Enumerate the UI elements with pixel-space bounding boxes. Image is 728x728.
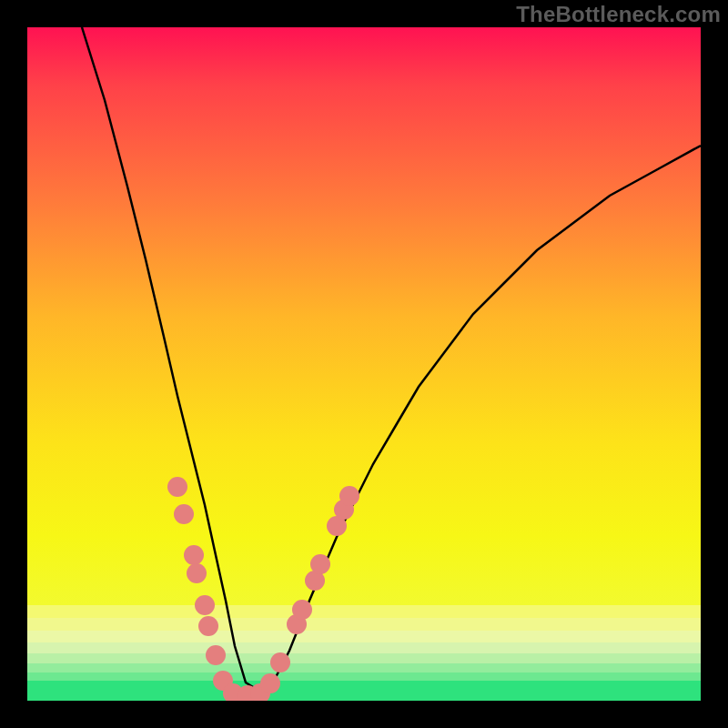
- highlight-dot: [187, 563, 207, 583]
- highlight-dot: [206, 645, 226, 665]
- bottleneck-curve: [82, 27, 701, 692]
- highlight-dots: [167, 477, 359, 701]
- highlight-dot: [339, 486, 359, 506]
- highlight-dot: [198, 616, 218, 636]
- highlight-dot: [260, 673, 280, 693]
- chart-frame: TheBottleneck.com: [0, 0, 728, 728]
- highlight-dot: [270, 652, 290, 672]
- highlight-dot: [310, 554, 330, 574]
- highlight-dot: [167, 477, 187, 497]
- highlight-dot: [195, 595, 215, 615]
- highlight-dot: [292, 600, 312, 620]
- highlight-dot: [174, 504, 194, 524]
- watermark-text: TheBottleneck.com: [516, 2, 721, 27]
- curve-group: [82, 27, 701, 692]
- plot-area: [27, 27, 701, 701]
- plot-overlay: [27, 27, 701, 701]
- highlight-dot: [184, 545, 204, 565]
